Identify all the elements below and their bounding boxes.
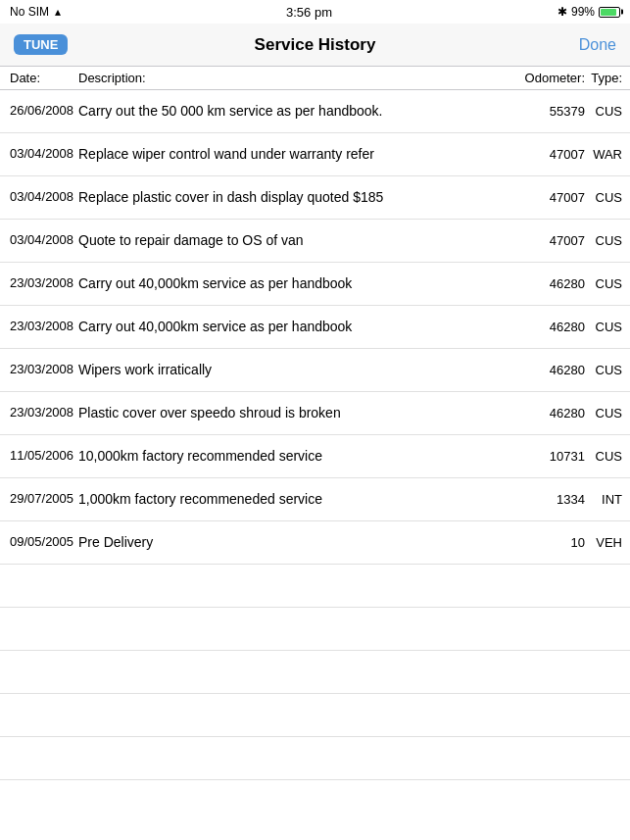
row-date: 11/05/2006 bbox=[0, 448, 78, 465]
row-date: 23/03/2008 bbox=[0, 362, 78, 378]
table-row[interactable]: 03/04/2008 Quote to repair damage to OS … bbox=[0, 220, 630, 263]
row-description: Replace wiper control wand under warrant… bbox=[78, 145, 507, 163]
row-description: 1,000km factory recommeneded service bbox=[78, 490, 507, 508]
row-type: CUS bbox=[585, 363, 630, 377]
table-row[interactable]: 09/05/2005 Pre Delivery 10 VEH bbox=[0, 521, 630, 565]
row-date: 03/04/2008 bbox=[0, 189, 78, 206]
header-type: Type: bbox=[585, 71, 630, 85]
status-right: ✱ 99% bbox=[557, 5, 620, 19]
status-left: No SIM ▴ bbox=[10, 5, 61, 19]
nav-right: Done bbox=[538, 36, 616, 54]
empty-row bbox=[0, 565, 630, 608]
empty-row bbox=[0, 608, 630, 651]
nav-left: TUNE bbox=[14, 34, 92, 55]
row-date: 26/06/2008 bbox=[0, 103, 78, 120]
table-row[interactable]: 29/07/2005 1,000km factory recommeneded … bbox=[0, 478, 630, 521]
row-type: VEH bbox=[585, 535, 630, 550]
row-odometer: 47007 bbox=[507, 233, 585, 248]
row-date: 09/05/2005 bbox=[0, 534, 78, 551]
row-type: CUS bbox=[585, 233, 630, 248]
table-row[interactable]: 23/03/2008 Plastic cover over speedo shr… bbox=[0, 392, 630, 435]
row-type: CUS bbox=[585, 320, 630, 334]
row-date: 03/04/2008 bbox=[0, 146, 78, 163]
table-header: Date: Description: Odometer: Type: bbox=[0, 67, 630, 90]
table-row[interactable]: 11/05/2006 10,000km factory recommended … bbox=[0, 435, 630, 478]
row-description: Wipers work irratically bbox=[78, 361, 507, 378]
row-date: 29/07/2005 bbox=[0, 491, 78, 508]
table-row[interactable]: 23/03/2008 Wipers work irratically 46280… bbox=[0, 349, 630, 392]
row-odometer: 55379 bbox=[507, 104, 585, 119]
table-row[interactable]: 23/03/2008 Carry out 40,000km service as… bbox=[0, 263, 630, 306]
row-description: Carry out 40,000km service as per handbo… bbox=[78, 274, 507, 292]
row-odometer: 10 bbox=[507, 535, 585, 550]
empty-row bbox=[0, 651, 630, 694]
nav-title: Service History bbox=[92, 35, 538, 55]
row-description: Carry out the 50 000 km service as per h… bbox=[78, 102, 507, 120]
row-odometer: 10731 bbox=[507, 449, 585, 464]
status-bar: No SIM ▴ 3:56 pm ✱ 99% bbox=[0, 0, 630, 24]
table-row[interactable]: 26/06/2008 Carry out the 50 000 km servi… bbox=[0, 90, 630, 133]
header-date: Date: bbox=[0, 71, 78, 85]
row-date: 23/03/2008 bbox=[0, 275, 78, 292]
row-odometer: 46280 bbox=[507, 363, 585, 377]
row-odometer: 1334 bbox=[507, 492, 585, 507]
row-date: 23/03/2008 bbox=[0, 405, 78, 421]
bluetooth-icon: ✱ bbox=[557, 5, 567, 19]
battery-icon bbox=[599, 7, 620, 18]
row-odometer: 46280 bbox=[507, 406, 585, 420]
header-description: Description: bbox=[78, 71, 507, 85]
table-row[interactable]: 03/04/2008 Replace plastic cover in dash… bbox=[0, 176, 630, 220]
row-odometer: 46280 bbox=[507, 276, 585, 291]
tune-button[interactable]: TUNE bbox=[14, 34, 68, 55]
row-date: 23/03/2008 bbox=[0, 319, 78, 335]
table-row[interactable]: 23/03/2008 Carry out 40,000km service as… bbox=[0, 306, 630, 349]
empty-row bbox=[0, 737, 630, 780]
row-type: CUS bbox=[585, 190, 630, 205]
empty-row bbox=[0, 694, 630, 737]
table-body: 26/06/2008 Carry out the 50 000 km servi… bbox=[0, 90, 630, 780]
row-type: CUS bbox=[585, 104, 630, 119]
row-odometer: 47007 bbox=[507, 147, 585, 162]
row-date: 03/04/2008 bbox=[0, 232, 78, 249]
status-time: 3:56 pm bbox=[286, 5, 332, 20]
table-row[interactable]: 03/04/2008 Replace wiper control wand un… bbox=[0, 133, 630, 176]
battery-percentage: 99% bbox=[571, 5, 595, 19]
header-odometer: Odometer: bbox=[507, 71, 585, 85]
row-description: Quote to repair damage to OS of van bbox=[78, 231, 507, 249]
row-description: Carry out 40,000km service as per handbo… bbox=[78, 318, 507, 335]
row-description: Replace plastic cover in dash display qu… bbox=[78, 188, 507, 206]
nav-bar: TUNE Service History Done bbox=[0, 24, 630, 67]
row-type: CUS bbox=[585, 449, 630, 464]
row-description: 10,000km factory recommended service bbox=[78, 447, 507, 465]
carrier-label: No SIM bbox=[10, 5, 49, 19]
row-type: INT bbox=[585, 492, 630, 507]
wifi-icon: ▴ bbox=[55, 5, 61, 19]
row-description: Pre Delivery bbox=[78, 533, 507, 551]
row-type: CUS bbox=[585, 276, 630, 291]
row-odometer: 46280 bbox=[507, 320, 585, 334]
row-type: WAR bbox=[585, 147, 630, 162]
done-button[interactable]: Done bbox=[579, 36, 616, 54]
row-type: CUS bbox=[585, 406, 630, 420]
row-odometer: 47007 bbox=[507, 190, 585, 205]
row-description: Plastic cover over speedo shroud is brok… bbox=[78, 404, 507, 421]
